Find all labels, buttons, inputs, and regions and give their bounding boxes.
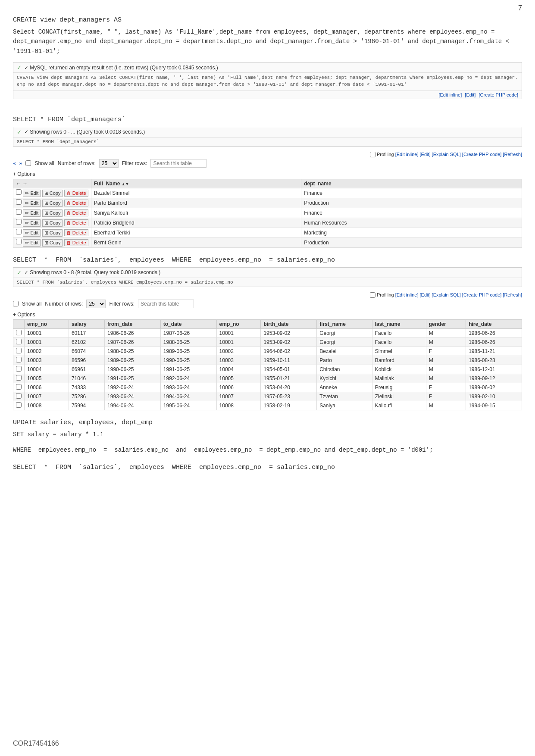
sal-refresh-link[interactable]: [Refresh] (503, 292, 522, 298)
copy-btn[interactable]: ⊞ Copy (42, 200, 63, 207)
row-checkbox-cell: ✏ Edit ⊞ Copy 🗑 Delete (13, 188, 91, 198)
sal-explain-sql-link[interactable]: [Explain SQL] (432, 292, 461, 298)
from-date-col[interactable]: from_date (105, 319, 161, 328)
delete-btn[interactable]: 🗑 Delete (64, 190, 88, 197)
sal-sql-display: SELECT * FROM `salaries`, employees WHER… (13, 278, 522, 287)
emp-no2-cell: 10006 (216, 383, 261, 392)
hire-date-col[interactable]: hire_date (466, 319, 522, 328)
sal-profiling-checkbox[interactable] (370, 292, 375, 298)
prev-button[interactable]: « (13, 160, 16, 166)
create-php-link2[interactable]: [Create PHP code] (462, 152, 502, 157)
salary-cell: 86596 (69, 356, 104, 365)
edit-btn[interactable]: ✏ Edit (23, 190, 41, 197)
emp-no2-cell: 10003 (216, 356, 261, 365)
row-checkbox[interactable] (16, 209, 22, 215)
rows-select[interactable]: 25 50 100 (99, 159, 119, 168)
hire-date-cell: 1989-02-10 (466, 392, 522, 401)
edit-btn[interactable]: ✏ Edit (23, 219, 41, 227)
delete-btn[interactable]: 🗑 Delete (64, 200, 88, 206)
to-date-col[interactable]: to_date (160, 319, 216, 328)
table-row: ✏ Edit ⊞ Copy 🗑 Delete Patricio Bridglen… (13, 218, 522, 228)
profiling-checkbox[interactable] (370, 152, 375, 157)
to-date-cell: 1993-06-24 (160, 383, 216, 392)
to-date-cell: 1988-06-25 (160, 337, 216, 347)
hire-date-cell: 1989-09-12 (466, 374, 522, 383)
hire-date-cell: 1986-08-28 (466, 356, 522, 365)
result-actions: [Edit inline] [Edit] [Create PHP code] (13, 91, 522, 99)
gender-cell: M (426, 401, 466, 410)
first-name-cell: Parto (317, 356, 372, 365)
dept-managers-status-panel: ✓ ✓ Showing rows 0 - ... (Query took 0.0… (13, 127, 522, 147)
from-date-cell: 1993-06-24 (105, 392, 161, 401)
copy-btn[interactable]: ⊞ Copy (42, 219, 63, 227)
next-button[interactable]: » (19, 160, 22, 166)
delete-btn[interactable]: 🗑 Delete (64, 219, 88, 226)
hire-date-cell: 1986-06-26 (466, 337, 522, 347)
result-checkmark: ✓ (17, 64, 22, 71)
edit-btn[interactable]: ✏ Edit (23, 200, 41, 207)
edit-inline-link[interactable]: [Edit inline] (438, 92, 462, 97)
explain-sql-link[interactable]: [Explain SQL] (432, 152, 461, 157)
sal-row-checkbox[interactable] (16, 384, 22, 390)
first-name-col[interactable]: first_name (317, 319, 372, 328)
result-header: ✓ ✓ MySQL returned an empty result set (… (13, 62, 522, 72)
number-of-rows-label: Number of rows: (58, 160, 96, 166)
sal-row-checkbox-cell (13, 337, 25, 347)
gender-col[interactable]: gender (426, 319, 466, 328)
show-all-checkbox[interactable] (25, 160, 31, 166)
dept-name-col-header[interactable]: dept_name (301, 179, 522, 188)
sal-create-php-link[interactable]: [Create PHP code] (462, 292, 502, 298)
emp-no2-col[interactable]: emp_no (216, 319, 261, 328)
row-checkbox[interactable] (16, 189, 22, 195)
sal-edit-inline-link[interactable]: [Edit inline] (395, 292, 419, 298)
sal-row-checkbox[interactable] (16, 339, 22, 344)
edit-btn[interactable]: ✏ Edit (23, 229, 41, 237)
to-date-cell: 1994-06-24 (160, 392, 216, 401)
birth-date-cell: 1953-04-20 (261, 383, 317, 392)
sal-row-checkbox[interactable] (16, 366, 22, 372)
row-checkbox[interactable] (16, 199, 22, 205)
sal-row-checkbox[interactable] (16, 348, 22, 353)
copy-btn[interactable]: ⊞ Copy (42, 190, 63, 197)
last-name-col[interactable]: last_name (372, 319, 426, 328)
full-name-col-header[interactable]: Full_Name ▲▼ (91, 179, 301, 188)
sal-row-checkbox[interactable] (16, 330, 22, 335)
emp-no-cell: 10004 (25, 365, 69, 374)
salary-cell: 60117 (69, 328, 104, 337)
delete-btn[interactable]: 🗑 Delete (64, 209, 88, 216)
salary-cell: 75994 (69, 401, 104, 410)
table-row: 10002 66074 1988-06-25 1989-06-25 10002 … (13, 347, 522, 356)
sal-show-all-checkbox[interactable] (13, 301, 19, 306)
edit-link2[interactable]: [Edit] (420, 152, 431, 157)
copy-btn[interactable]: ⊞ Copy (42, 229, 63, 237)
refresh-link[interactable]: [Refresh] (503, 152, 522, 157)
copy-btn[interactable]: ⊞ Copy (42, 209, 63, 217)
sal-row-checkbox[interactable] (16, 357, 22, 362)
row-checkbox[interactable] (16, 219, 22, 225)
sal-row-checkbox[interactable] (16, 393, 22, 399)
sal-edit-link[interactable]: [Edit] (420, 292, 431, 298)
emp-no-col[interactable]: emp_no (25, 319, 69, 328)
edit-btn[interactable]: ✏ Edit (23, 209, 41, 217)
sal-rows-select[interactable]: 25 50 100 (86, 300, 106, 308)
sal-row-checkbox[interactable] (16, 402, 22, 408)
sal-search-table-input[interactable] (138, 300, 194, 308)
delete-btn[interactable]: 🗑 Delete (64, 239, 88, 246)
row-checkbox[interactable] (16, 239, 22, 244)
search-table-input[interactable] (150, 159, 206, 168)
sal-options-row: + Options (13, 312, 522, 318)
row-checkbox-cell: ✏ Edit ⊞ Copy 🗑 Delete (13, 198, 91, 208)
row-checkbox[interactable] (16, 229, 22, 234)
salary-col[interactable]: salary (69, 319, 104, 328)
from-date-cell: 1987-06-26 (105, 337, 161, 347)
copy-btn[interactable]: ⊞ Copy (42, 239, 63, 247)
create-php-link[interactable]: [Create PHP code] (479, 92, 518, 97)
delete-btn[interactable]: 🗑 Delete (64, 229, 88, 236)
birth-date-col[interactable]: birth_date (261, 319, 317, 328)
sal-row-checkbox[interactable] (16, 375, 22, 381)
first-name-cell: Georgi (317, 337, 372, 347)
sal-status-text: ✓ Showing rows 0 - 8 (9 total, Query too… (24, 269, 160, 275)
edit-link[interactable]: [Edit] (465, 92, 476, 97)
edit-inline-link2[interactable]: [Edit inline] (395, 152, 419, 157)
edit-btn[interactable]: ✏ Edit (23, 239, 41, 247)
